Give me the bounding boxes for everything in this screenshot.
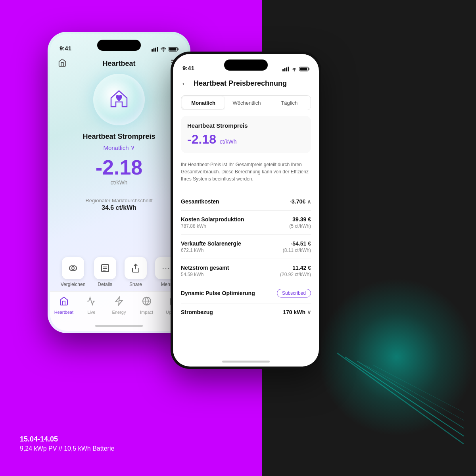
- home-indicator-2: [222, 361, 270, 363]
- p2-card-price: -2.18 ct/kWh: [187, 132, 305, 147]
- signal-icon: [152, 47, 158, 52]
- dynamic-island-1: [97, 40, 141, 51]
- svg-rect-6: [154, 48, 155, 52]
- p1-unit: ct/kWh: [50, 179, 188, 186]
- svg-rect-8: [157, 47, 158, 52]
- p1-logo-circle: [93, 74, 145, 125]
- tab-impact-label: Impact: [140, 310, 153, 315]
- wifi-icon-2: [291, 67, 298, 71]
- action-share[interactable]: Share: [125, 257, 147, 287]
- system-info: 9,24 kWp PV // 10,5 kWh Batterie: [20, 445, 114, 452]
- row-solar-sub-label: 787.88 kWh: [181, 223, 206, 229]
- row-verkaufte-title: Verkaufte Solarenergie: [181, 240, 241, 247]
- tab-heartbeat[interactable]: Heartbeat: [50, 296, 78, 315]
- row-solarenergie: Verkaufte Solarenergie -54.51 € 672.1 kW…: [181, 235, 311, 259]
- row-verkaufte-sub-label: 672.1 kWh: [181, 248, 203, 253]
- status-icons-2: [282, 67, 309, 71]
- details-icon: [94, 257, 116, 279]
- row-solar-sub-value: (5 ct/kWh): [289, 223, 311, 229]
- tab-live[interactable]: Live: [78, 296, 106, 315]
- p1-actions: Vergleichen Details: [50, 257, 188, 287]
- subscribed-badge: Subscribed: [277, 289, 311, 298]
- row-gesamtkosten[interactable]: Gesamtkosten -3.70€ ∧: [181, 193, 311, 211]
- row-solar-title: Kosten Solarproduktion: [181, 216, 244, 223]
- row-solarproduktion: Kosten Solarproduktion 39.39 € 787.88 kW…: [181, 211, 311, 235]
- row-verkaufte-sub-value: (8.11 ct/kWh): [283, 248, 311, 253]
- svg-rect-31: [309, 68, 309, 70]
- row-strombezug-value: 170 kWh ∨: [283, 309, 311, 315]
- signal-icon-2: [282, 67, 289, 71]
- svg-rect-29: [288, 67, 289, 71]
- action-vergleichen[interactable]: Vergleichen: [61, 257, 86, 287]
- tab-impact[interactable]: Impact: [133, 296, 161, 315]
- p1-strompreis-section: Heartbeat Strompreis Monatlich ∨ -2.18 c…: [50, 132, 188, 211]
- svg-rect-32: [300, 68, 307, 71]
- row-solar-value: 39.39 €: [292, 216, 311, 223]
- tab-energy-icon: [114, 296, 124, 308]
- p2-price-card: Heartbeat Strompreis -2.18 ct/kWh: [181, 116, 311, 153]
- p2-title: Heartbeat Preisberechnung: [194, 79, 287, 88]
- phone-2-screen: 9:41: [173, 54, 319, 367]
- p1-market-value: 34.6 ct/kWh: [50, 204, 188, 211]
- row-netzstrom-value: 11.42 €: [292, 265, 311, 271]
- status-time-2: 9:41: [182, 65, 194, 71]
- home-indicator-1: [95, 325, 143, 327]
- row-pulse-title: Dynamic Pulse Optimierung: [181, 290, 255, 296]
- status-time-1: 9:41: [60, 45, 71, 52]
- p1-market-label: Regionaler Marktdurchschnitt: [50, 198, 188, 203]
- home-nav-icon[interactable]: [58, 58, 67, 69]
- row-netzstrom-sub-value: (20.92 ct/kWh): [280, 272, 311, 277]
- p2-cost-rows: Gesamtkosten -3.70€ ∧ Kosten Solarproduk…: [181, 193, 311, 321]
- vergleichen-icon: [62, 257, 84, 279]
- chevron-icon-gesamtkosten: ∧: [307, 198, 311, 205]
- house-heart-icon: [107, 87, 131, 112]
- tab-heartbeat-icon: [59, 296, 69, 308]
- svg-marker-22: [115, 297, 123, 305]
- action-details[interactable]: Details: [94, 257, 116, 287]
- phone-1: 9:41: [48, 32, 190, 333]
- battery-icon-2: [299, 67, 309, 71]
- share-icon: [125, 257, 147, 279]
- chevron-icon-strombezug: ∨: [307, 309, 311, 315]
- svg-rect-28: [286, 67, 287, 71]
- svg-rect-5: [152, 49, 153, 52]
- tab-heartbeat-label: Heartbeat: [54, 310, 73, 315]
- tab-wochentlich[interactable]: Wöchentlich: [225, 96, 268, 110]
- p2-header: ← Heartbeat Preisberechnung: [173, 75, 319, 92]
- tab-impact-icon: [142, 296, 152, 308]
- tab-live-label: Live: [87, 310, 95, 315]
- p2-card-unit: ct/kWh: [220, 138, 237, 145]
- row-strombezug[interactable]: Strombezug 170 kWh ∨: [181, 303, 311, 321]
- row-gesamtkosten-value: -3.70€ ∧: [290, 198, 311, 205]
- row-netzstrom-sub-label: 54.59 kWh: [181, 272, 203, 277]
- svg-rect-7: [155, 48, 156, 52]
- svg-rect-26: [282, 69, 284, 71]
- p2-period-tabs: Monatlich Wöchentlich Täglich: [181, 95, 311, 110]
- tab-energy[interactable]: Energy: [105, 296, 133, 315]
- back-arrow-icon[interactable]: ←: [181, 79, 189, 88]
- phones-container: 9:41: [48, 20, 424, 436]
- tab-live-icon: [86, 296, 96, 308]
- p1-period-selector[interactable]: Monatlich ∨: [103, 144, 134, 151]
- tab-monatlich[interactable]: Monatlich: [182, 96, 225, 109]
- row-dynamic-pulse: Dynamic Pulse Optimierung Subscribed: [181, 283, 311, 303]
- svg-rect-10: [178, 48, 178, 50]
- p1-price: -2.18: [50, 157, 188, 178]
- row-verkaufte-value: -54.51 €: [291, 240, 311, 247]
- date-range: 15.04-14.05: [20, 435, 114, 443]
- p1-circle-bg: [93, 74, 145, 125]
- p1-header: Heartbeat: [50, 55, 188, 72]
- p1-section-title: Heartbeat Strompreis: [50, 132, 188, 141]
- svg-rect-27: [284, 68, 286, 71]
- status-icons-1: [152, 47, 178, 52]
- tab-taglich[interactable]: Täglich: [268, 96, 311, 110]
- mehr-label: Mehr: [161, 282, 172, 287]
- battery-icon: [169, 47, 178, 52]
- wifi-icon: [160, 47, 167, 52]
- phone-1-screen: 9:41: [50, 34, 188, 331]
- row-gesamtkosten-title: Gesamtkosten: [181, 198, 219, 205]
- p2-card-title: Heartbeat Strompreis: [187, 122, 305, 129]
- row-netzstrom-title: Netzstrom gesamt: [181, 265, 229, 271]
- p1-title: Heartbeat: [102, 60, 135, 68]
- tab-energy-label: Energy: [112, 310, 126, 315]
